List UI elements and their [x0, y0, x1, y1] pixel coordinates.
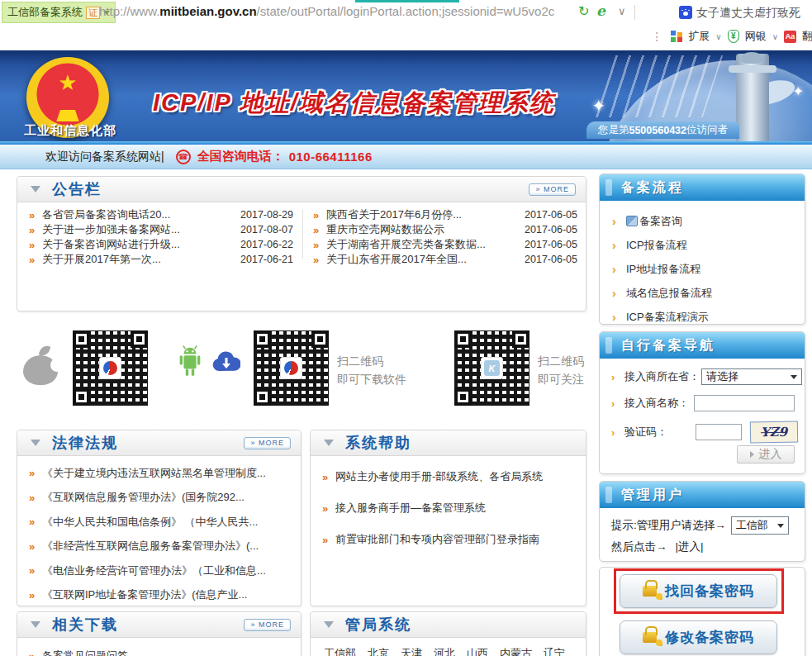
- bureau-link[interactable]: 天津: [401, 646, 422, 656]
- captcha-input[interactable]: [696, 424, 742, 440]
- banking-shield-icon[interactable]: ¥: [728, 30, 739, 43]
- process-link[interactable]: IP地址报备流程: [626, 262, 700, 277]
- translate-label[interactable]: 翻译: [802, 29, 812, 44]
- admin-enter-link[interactable]: |进入|: [676, 540, 704, 554]
- bureau-link[interactable]: 内蒙古: [500, 646, 532, 656]
- law-link[interactable]: 《互联网IP地址备案管理办法》(信息产业...: [42, 587, 292, 602]
- extensions-label[interactable]: 扩展: [688, 29, 710, 44]
- admin-select[interactable]: 工信部: [731, 516, 789, 535]
- announcement-title[interactable]: 关于开展2017年第一次...: [42, 252, 230, 267]
- process-item[interactable]: 备案咨询: [600, 209, 805, 233]
- banking-caret-icon[interactable]: ∨: [772, 32, 778, 41]
- menu-dots-icon[interactable]: ⋮: [651, 30, 662, 43]
- announcements-more-button[interactable]: » MORE: [529, 183, 576, 196]
- ie-compat-icon[interactable]: e: [596, 2, 605, 19]
- translate-icon[interactable]: Aa: [784, 31, 796, 43]
- announcement-title[interactable]: 重庆市空壳网站数据公示: [326, 222, 515, 237]
- announcement-title[interactable]: 关于湖南省开展空壳类备案数据...: [326, 237, 515, 252]
- address-url[interactable]: http://www.miitbeian.gov.cn/state/outPor…: [99, 4, 554, 18]
- process-title: 备案流程: [621, 179, 684, 197]
- bureau-link[interactable]: 辽宁: [544, 646, 565, 656]
- announcements-title: 公告栏: [52, 179, 102, 199]
- process-item[interactable]: IP地址报备流程: [600, 257, 805, 281]
- law-item[interactable]: 《互联网IP地址备案管理办法》(信息产业...: [17, 583, 301, 608]
- process-item[interactable]: ICP备案流程演示: [600, 305, 805, 329]
- province-select[interactable]: 请选择: [701, 368, 802, 385]
- process-link[interactable]: ICP备案流程演示: [626, 310, 709, 325]
- enter-button[interactable]: 进入: [737, 445, 795, 463]
- qr-code-android-download: [252, 329, 330, 407]
- announcement-title[interactable]: 陕西省关于2017年6月份停...: [326, 207, 515, 222]
- announcement-item[interactable]: 关于进一步加强未备案网站...2017-08-07: [17, 222, 302, 237]
- download-item[interactable]: 备案常见问题问答: [17, 643, 301, 656]
- downloads-title: 相关下载: [52, 615, 118, 635]
- bureau-link[interactable]: 工信部: [324, 646, 356, 656]
- collapse-arrow-icon[interactable]: [31, 440, 40, 446]
- baidu-paw-icon[interactable]: [679, 6, 692, 19]
- law-item[interactable]: 《电信业务经营许可管理办法》（工业和信息...: [17, 559, 301, 583]
- announcement-item[interactable]: 关于山东省开展2017年全国...2017-06-05: [302, 252, 586, 267]
- law-link[interactable]: 《电信业务经营许可管理办法》（工业和信息...: [42, 563, 292, 578]
- announcement-title[interactable]: 关于进一步加强未备案网站...: [42, 222, 230, 237]
- captcha-image[interactable]: YZ9: [750, 421, 798, 443]
- hotline-label: 全国咨询电话：: [197, 149, 284, 164]
- isp-label: 接入商名称：: [624, 396, 689, 411]
- announcement-item[interactable]: 各省管局备案咨询电话20...2017-08-29: [17, 207, 302, 222]
- process-link[interactable]: 域名信息报备流程: [626, 286, 712, 301]
- extensions-icon[interactable]: [671, 31, 682, 42]
- help-link[interactable]: 接入服务商手册—备案管理系统: [335, 501, 577, 516]
- find-password-button[interactable]: 找回备案密码: [620, 574, 777, 608]
- law-item[interactable]: 《中华人民共和国电信条例》 （中华人民共...: [17, 510, 301, 535]
- help-item[interactable]: 接入服务商手册—备案管理系统: [311, 492, 586, 524]
- law-item[interactable]: 《互联网信息服务管理办法》(国务院292...: [17, 486, 301, 511]
- banking-label[interactable]: 网银: [745, 29, 767, 44]
- help-link[interactable]: 网站主办者使用手册-部级系统、各省局系统: [335, 469, 577, 484]
- announcement-date: 2017-06-05: [515, 254, 577, 265]
- collapse-arrow-icon[interactable]: [31, 621, 40, 628]
- law-item[interactable]: 《关于建立境内违法互联网站黑名单管理制度...: [17, 461, 301, 486]
- law-link[interactable]: 《关于建立境内违法互联网站黑名单管理制度...: [42, 466, 292, 481]
- help-link[interactable]: 前置审批部门和专项内容管理部门登录指南: [335, 532, 577, 547]
- news-headline-link[interactable]: 女子遭丈夫虐打致死: [696, 6, 800, 21]
- process-item[interactable]: 域名信息报备流程: [600, 281, 805, 305]
- help-item[interactable]: 网站主办者使用手册-部级系统、各省局系统: [311, 461, 586, 492]
- announcement-title[interactable]: 关于山东省开展2017年全国...: [326, 252, 515, 267]
- isp-name-input[interactable]: [694, 395, 795, 411]
- download-link[interactable]: 备案常见问题问答: [42, 649, 292, 656]
- announcement-date: 2017-08-07: [230, 224, 293, 235]
- bureau-link[interactable]: 北京: [368, 646, 389, 656]
- announcement-title[interactable]: 关于备案咨询网站进行升级...: [42, 237, 230, 252]
- change-password-button[interactable]: 修改备案密码: [620, 620, 777, 654]
- downloads-more-button[interactable]: » MORE: [244, 619, 291, 631]
- law-link[interactable]: 《互联网信息服务管理办法》(国务院292...: [42, 490, 292, 505]
- law-link[interactable]: 《中华人民共和国电信条例》 （中华人民共...: [42, 515, 292, 530]
- announcement-item[interactable]: 关于湖南省开展空壳类备案数据...2017-06-05: [302, 237, 586, 252]
- caption-line: 即可下载软件: [337, 370, 406, 388]
- bureau-link[interactable]: 河北: [434, 646, 455, 656]
- announcement-item[interactable]: 关于开展2017年第一次...2017-06-21: [17, 252, 302, 267]
- extensions-caret-icon[interactable]: ∨: [715, 32, 721, 41]
- process-item[interactable]: ICP报备流程: [600, 233, 805, 257]
- downloads-header: 相关下载 » MORE: [17, 612, 301, 638]
- bureau-link[interactable]: 山西: [467, 646, 488, 656]
- visitor-counter: 您是第5500560432位访问者: [586, 121, 739, 139]
- process-link[interactable]: ICP报备流程: [626, 238, 687, 253]
- help-item[interactable]: 前置审批部门和专项内容管理部门登录指南: [311, 524, 586, 555]
- process-link[interactable]: 备案咨询: [639, 214, 682, 229]
- url-dropdown-icon[interactable]: ∨: [618, 5, 626, 17]
- province-value: 请选择: [706, 369, 738, 384]
- collapse-arrow-icon[interactable]: [324, 440, 334, 446]
- announcement-item[interactable]: 陕西省关于2017年6月份停...2017-06-05: [302, 207, 586, 222]
- refresh-icon[interactable]: ↻: [578, 3, 589, 19]
- collapse-arrow-icon[interactable]: [31, 186, 40, 193]
- announcement-item[interactable]: 关于备案咨询网站进行升级...2017-06-22: [17, 237, 302, 252]
- qr-center-logo: [99, 357, 121, 379]
- laws-list: 《关于建立境内违法互联网站黑名单管理制度... 《互联网信息服务管理办法》(国务…: [17, 456, 301, 607]
- law-item[interactable]: 《非经营性互联网信息服务备案管理办法》(...: [17, 535, 301, 559]
- announcement-title[interactable]: 各省管局备案咨询电话20...: [42, 207, 230, 222]
- laws-more-button[interactable]: » MORE: [244, 437, 291, 449]
- caption-line: 扫二维码: [337, 352, 406, 370]
- collapse-arrow-icon[interactable]: [324, 621, 334, 628]
- announcement-item[interactable]: 重庆市空壳网站数据公示2017-06-05: [302, 222, 586, 237]
- law-link[interactable]: 《非经营性互联网信息服务备案管理办法》(...: [42, 539, 292, 554]
